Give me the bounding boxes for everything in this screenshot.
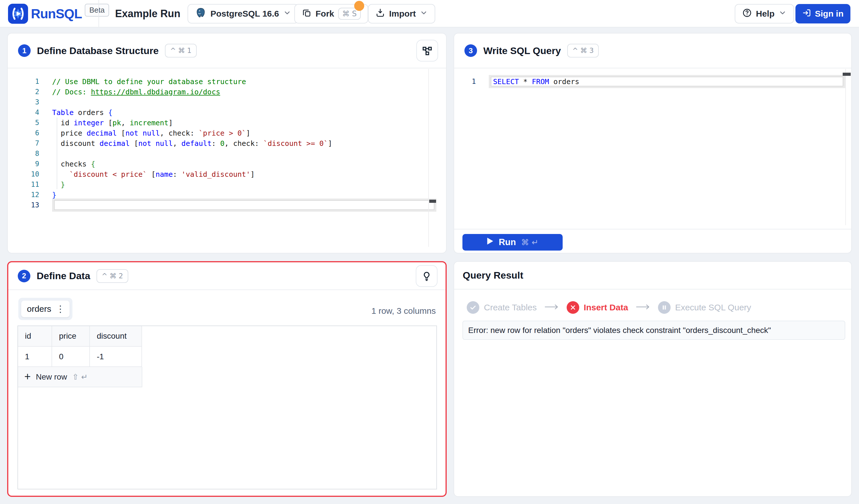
grid-cell[interactable]: -1 [90,346,142,367]
dbml-code-editor[interactable]: 1// Use DBML to define your database str… [8,76,446,210]
new-row-label: New row [36,373,67,381]
line-number: 6 [8,129,39,137]
schema-diagram-button[interactable] [416,40,438,62]
editor-scroll-gutter [845,69,846,225]
table-summary: 1 row, 3 columns [371,305,436,317]
database-version-select[interactable]: PostgreSQL 16.6 [187,4,299,23]
column-header-price[interactable]: price [52,326,90,346]
step-number-badge: 2 [18,270,30,282]
code-line[interactable]: 1// Use DBML to define your database str… [8,76,446,87]
code-line-text: } [52,180,65,189]
scrollbar-cursor-marker[interactable] [429,200,436,203]
login-icon [802,8,812,19]
sql-code-editor[interactable]: 1SELECT * FROM orders [454,76,851,87]
line-number: 9 [8,160,39,168]
code-line[interactable]: 6 price decimal [not null, check: `price… [8,128,446,138]
define-database-structure-panel: 1 Define Database Structure ^ ⌘ 1 1// Us… [7,33,447,253]
code-line[interactable]: 13 [8,199,446,212]
arrow-right-icon [544,303,559,312]
code-line[interactable]: 1SELECT * FROM orders [454,75,851,88]
sign-in-button[interactable]: Sign in [796,4,850,23]
grid-cell[interactable]: 1 [18,346,52,367]
runsql-logo-icon [8,4,28,25]
line-number: 3 [8,98,39,106]
result-panel-title: Query Result [463,270,524,281]
code-line[interactable]: 7 discount decimal [not null, default: 0… [8,138,446,148]
line-number: 1 [8,78,39,85]
hint-lightbulb-button[interactable] [416,265,438,287]
postgresql-elephant-icon [195,7,207,20]
code-line-text: // Use DBML to define your database stru… [52,78,246,86]
error-message-box: Error: new row for relation "orders" vio… [463,321,845,340]
help-button-label: Help [756,9,774,19]
table-tab-orders[interactable]: orders ⋮ [21,301,70,317]
x-icon [567,301,579,314]
data-panel-header: 2 Define Data ^ ⌘ 2 [8,262,446,290]
grid-cell[interactable]: 0 [52,346,90,367]
column-header-discount[interactable]: discount [90,326,142,346]
import-button-label: Import [389,9,416,19]
code-line[interactable]: 2// Docs: https://dbml.dbdiagram.io/docs [8,87,446,97]
result-panel-header: Query Result [454,262,851,289]
column-header-id[interactable]: id [18,326,52,346]
import-button[interactable]: Import [368,4,435,23]
code-line-text: discount decimal [not null, default: 0, … [52,139,332,147]
code-line[interactable]: 8 [8,148,446,159]
line-number: 2 [8,88,39,96]
new-row-button[interactable]: + New row ⇧ ↵ [18,367,142,387]
code-line-text: price decimal [not null, check: `price >… [52,129,250,137]
line-number: 4 [8,108,39,116]
schema-diagram-icon [421,45,433,56]
data-grid-container: idpricediscount10-1 + New row ⇧ ↵ [17,326,437,489]
help-button[interactable]: Help [735,4,794,23]
execution-steps: Create TablesInsert DataExecute SQL Quer… [467,301,751,314]
header-divider [99,0,99,27]
brand-logo[interactable]: RunSQL Beta [8,4,109,25]
fork-button-label: Fork [316,9,334,19]
table-row: 10-1 [18,346,142,367]
active-line-content[interactable]: SELECT * FROM orders [491,77,843,86]
line-number: 11 [8,180,39,189]
workspace-title: Example Run [115,0,180,28]
step-label: Execute SQL Query [675,303,751,312]
step-label: Insert Data [584,303,628,312]
code-line[interactable]: 4Table orders { [8,107,446,117]
execution-step-error: Insert Data [567,301,628,314]
play-icon [487,237,494,248]
run-button-label: Run [499,237,516,248]
sql-shortcut-badge: ^ ⌘ 3 [567,44,599,58]
write-sql-query-panel: 3 Write SQL Query ^ ⌘ 3 1SELECT * FROM o… [454,33,852,253]
active-line-highlight [52,199,436,212]
table-tab-label: orders [27,304,51,314]
indent-guide [57,117,57,189]
database-version-label: PostgreSQL 16.6 [210,9,279,19]
code-line[interactable]: 11 } [8,179,446,190]
code-line-text: `discount < price` [name: 'valid_discoun… [52,170,255,178]
editor-scroll-gutter [428,69,429,247]
active-line-highlight: SELECT * FROM orders [489,75,845,88]
brand-name: RunSQL [31,4,82,24]
code-line[interactable]: 5 id integer [pk, increment] [8,117,446,128]
active-line-content[interactable] [54,200,434,210]
kebab-menu-icon[interactable]: ⋮ [56,305,65,313]
scrollbar-cursor-marker[interactable] [843,73,851,76]
step-label: Create Tables [484,303,537,312]
chevron-down-icon [420,9,428,19]
run-area-divider [454,229,851,230]
run-shortcut-hint: ⌘ ↵ [521,238,538,247]
code-line-text: // Docs: https://dbml.dbdiagram.io/docs [52,88,220,96]
code-line[interactable]: 9 checks { [8,159,446,169]
run-query-button[interactable]: Run ⌘ ↵ [463,234,563,251]
chevron-down-icon [283,9,291,19]
line-number: 8 [8,149,39,158]
import-download-icon [375,8,385,20]
data-panel-title: Define Data [37,270,90,282]
dbml-panel-title: Define Database Structure [37,45,159,56]
line-number: 10 [8,170,39,178]
data-shortcut-badge: ^ ⌘ 2 [96,269,128,283]
help-circle-icon [742,8,752,20]
code-line[interactable]: 3 [8,97,446,107]
code-line-text: id integer [pk, increment] [52,119,173,127]
line-number: 13 [8,201,39,209]
code-line[interactable]: 10 `discount < price` [name: 'valid_disc… [8,169,446,179]
